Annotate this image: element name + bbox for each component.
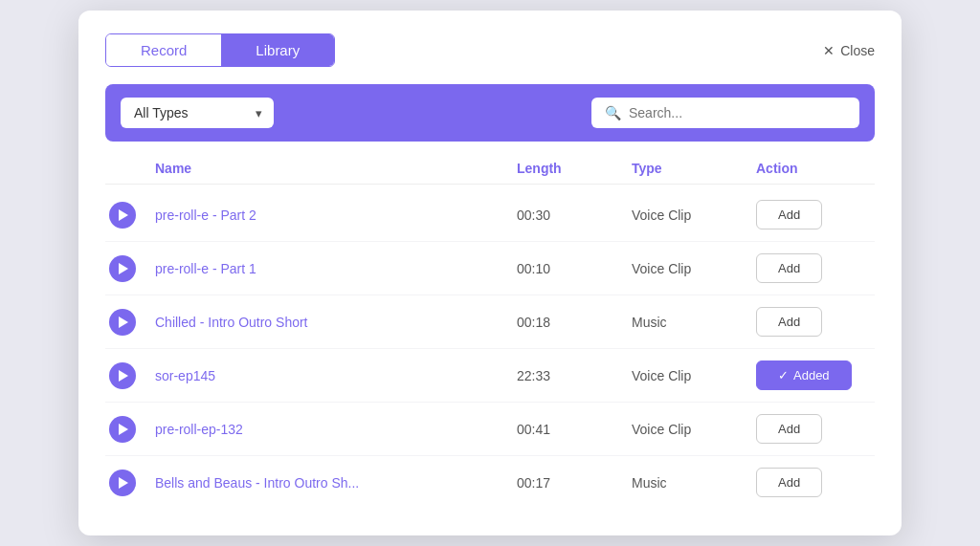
track-type: Music (632, 475, 756, 491)
table-row: pre-roll-e - Part 1 00:10 Voice Clip Add (105, 242, 875, 295)
table-header: Name Length Type Action (105, 161, 875, 185)
tab-record[interactable]: Record (106, 34, 221, 66)
play-icon (119, 370, 128, 382)
col-action: Action (756, 161, 871, 176)
table-row: pre-roll-e - Part 2 00:30 Voice Clip Add (105, 188, 875, 242)
check-icon: ✓ (778, 368, 789, 382)
tab-group: Record Library (105, 33, 335, 67)
track-name: pre-roll-ep-132 (155, 422, 517, 437)
svg-marker-1 (119, 263, 128, 274)
play-icon (119, 424, 128, 435)
close-x-icon: ✕ (823, 43, 835, 58)
table-row: Chilled - Intro Outro Short 00:18 Music … (105, 295, 875, 349)
svg-marker-2 (119, 317, 128, 328)
play-icon (119, 477, 128, 489)
col-type: Type (632, 161, 756, 176)
col-length: Length (517, 161, 632, 176)
tab-library[interactable]: Library (221, 34, 334, 66)
play-button[interactable] (109, 202, 136, 229)
table-row: sor-ep145 22:33 Voice Clip ✓ Added (105, 349, 875, 403)
track-name: pre-roll-e - Part 2 (155, 207, 517, 223)
search-wrapper: 🔍 (591, 98, 859, 128)
track-type: Voice Clip (632, 261, 756, 276)
play-icon (119, 209, 128, 221)
play-icon (119, 317, 128, 328)
add-button[interactable]: Add (756, 200, 822, 229)
svg-marker-3 (119, 370, 128, 382)
track-length: 00:18 (517, 315, 632, 330)
track-type: Voice Clip (632, 422, 756, 437)
track-type: Voice Clip (632, 368, 756, 383)
added-button[interactable]: ✓ Added (756, 360, 852, 390)
play-button[interactable] (109, 309, 136, 336)
track-name: Chilled - Intro Outro Short (155, 315, 517, 330)
close-button[interactable]: ✕ Close (823, 43, 875, 58)
search-input[interactable] (629, 105, 846, 120)
type-filter-select[interactable]: All Types Voice Clip Music (121, 98, 274, 128)
modal-header: Record Library ✕ Close (105, 33, 875, 67)
track-type: Voice Clip (632, 207, 756, 223)
play-button[interactable] (109, 416, 136, 443)
svg-marker-0 (119, 209, 128, 221)
svg-marker-5 (119, 477, 128, 489)
add-button[interactable]: Add (756, 253, 822, 283)
track-type: Music (632, 315, 756, 330)
track-name: Bells and Beaus - Intro Outro Sh... (155, 475, 517, 491)
close-label: Close (840, 43, 875, 58)
play-button[interactable] (109, 470, 136, 496)
add-button[interactable]: Add (756, 307, 822, 337)
track-length: 00:17 (517, 475, 632, 491)
track-length: 00:30 (517, 207, 632, 223)
play-icon (119, 263, 128, 274)
svg-marker-4 (119, 424, 128, 435)
play-button[interactable] (109, 362, 136, 389)
track-name: pre-roll-e - Part 1 (155, 261, 517, 276)
play-button[interactable] (109, 255, 136, 282)
type-filter-wrapper: All Types Voice Clip Music ▾ (121, 98, 274, 128)
search-icon: 🔍 (605, 105, 621, 120)
track-length: 00:10 (517, 261, 632, 276)
table-row: pre-roll-ep-132 00:41 Voice Clip Add (105, 403, 875, 456)
track-name: sor-ep145 (155, 368, 517, 383)
track-length: 00:41 (517, 422, 632, 437)
track-length: 22:33 (517, 368, 632, 383)
table-body: pre-roll-e - Part 2 00:30 Voice Clip Add… (105, 188, 875, 509)
col-play (109, 161, 155, 176)
table-row: Bells and Beaus - Intro Outro Sh... 00:1… (105, 456, 875, 509)
col-name: Name (155, 161, 517, 176)
add-button[interactable]: Add (756, 468, 822, 497)
add-button[interactable]: Add (756, 414, 822, 444)
filter-bar: All Types Voice Clip Music ▾ 🔍 (105, 84, 875, 142)
library-modal: Record Library ✕ Close All Types Voice C… (78, 11, 902, 535)
